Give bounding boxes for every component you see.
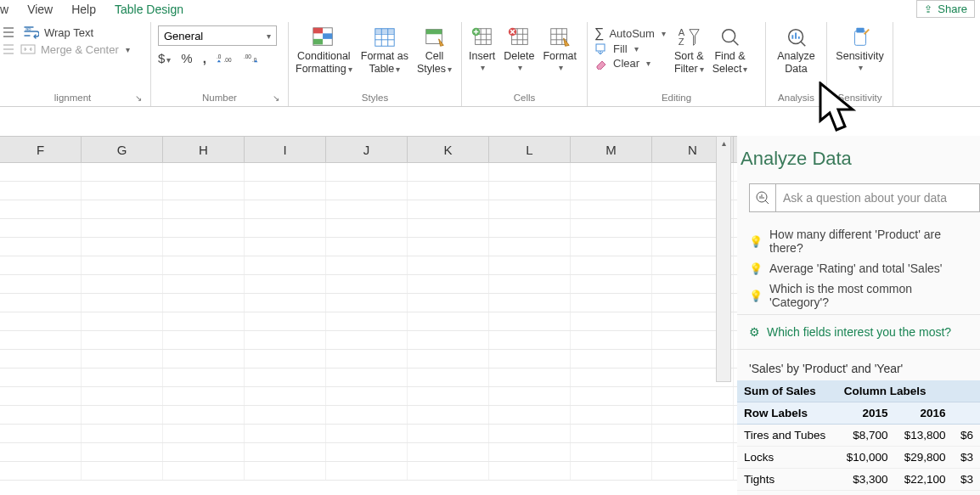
- insight-title: 'Sales' by 'Product' and 'Year': [737, 350, 980, 380]
- svg-rect-9: [313, 39, 323, 45]
- svg-rect-13: [425, 30, 442, 35]
- format-as-table-button[interactable]: Format as Table▾: [361, 25, 408, 76]
- fields-interest-link[interactable]: ⚙ Which fields interest you the most?: [737, 314, 980, 350]
- gear-icon: ⚙: [749, 325, 760, 339]
- sort-label1: Sort &: [674, 50, 704, 62]
- merge-center-button[interactable]: Merge & Center ▾: [2, 42, 144, 56]
- column-header[interactable]: J: [326, 137, 408, 162]
- column-header[interactable]: H: [163, 137, 245, 162]
- delete-button[interactable]: Delete ▾: [504, 25, 534, 73]
- clear-button[interactable]: Clear ▾: [594, 57, 666, 70]
- chevron-down-icon: ▾: [518, 63, 522, 73]
- group-label-cells: Cells: [469, 93, 580, 104]
- group-cells: Insert ▾ Delete ▾ Format ▾ Cells: [462, 22, 588, 106]
- group-label-analysis: Analysis: [773, 93, 819, 104]
- analyze-data-button[interactable]: Analyze Data: [773, 25, 819, 76]
- svg-rect-7: [313, 28, 323, 34]
- column-header[interactable]: I: [245, 137, 326, 162]
- suggestion-text: Which is the most common 'Category'?: [769, 282, 968, 309]
- fat-label1: Format as: [361, 50, 408, 62]
- suggestion-text: Average 'Rating' and total 'Sales': [769, 262, 942, 275]
- cell-styles-button[interactable]: Cell Styles▾: [417, 25, 452, 76]
- comma-format-button[interactable]: ,: [203, 51, 206, 65]
- sens-label: Sensitivity: [836, 50, 883, 62]
- menu-item-table-design[interactable]: Table Design: [115, 3, 183, 16]
- autosum-button[interactable]: ∑ AutoSum ▾: [594, 25, 666, 41]
- insert-button[interactable]: Insert ▾: [469, 25, 495, 73]
- share-label: Share: [938, 3, 967, 15]
- group-sensitivity: Sensitivity ▾ Sensitivity: [827, 22, 893, 106]
- th-collabels: Column Labels: [837, 380, 980, 402]
- delete-cells-icon: [507, 25, 531, 49]
- group-label-alignment: lignment ↘: [2, 93, 144, 104]
- number-format-combo[interactable]: General ▾: [158, 25, 277, 46]
- cell-val: $29,800: [895, 447, 953, 469]
- eraser-icon: [594, 58, 608, 70]
- cell-val: $3,300: [837, 469, 895, 491]
- suggestion-text: How many different 'Product' are there?: [769, 228, 968, 255]
- delete-label: Delete: [504, 50, 534, 62]
- column-header[interactable]: K: [408, 137, 489, 162]
- search-chart-icon[interactable]: [749, 183, 776, 212]
- conditional-formatting-button[interactable]: Conditional Formatting▾: [296, 25, 352, 76]
- format-button[interactable]: Format ▾: [543, 25, 577, 73]
- svg-text:.00: .00: [223, 57, 231, 63]
- svg-point-22: [722, 30, 735, 42]
- column-header[interactable]: G: [82, 137, 163, 162]
- vertical-scrollbar[interactable]: ▴: [716, 136, 731, 382]
- group-editing: ∑ AutoSum ▾ Fill ▾ Clear ▾ AZ: [588, 22, 766, 106]
- group-analysis: Analyze Data Analysis: [766, 22, 827, 106]
- column-header[interactable]: M: [571, 137, 652, 162]
- sort-filter-button[interactable]: AZ Sort & Filter▾: [674, 25, 704, 76]
- decrease-decimal-button[interactable]: .00.0: [244, 52, 261, 65]
- chevron-down-icon: ▾: [559, 63, 563, 73]
- clear-label: Clear: [613, 57, 639, 70]
- column-header[interactable]: L: [489, 137, 571, 162]
- merge-center-label: Merge & Center: [41, 43, 119, 56]
- suggestion-item[interactable]: 💡How many different 'Product' are there?: [749, 224, 968, 258]
- menu-item-view[interactable]: View: [27, 3, 53, 16]
- format-cells-icon: [548, 25, 572, 49]
- cell-val: $6: [952, 425, 980, 447]
- cell-val: $22,100: [895, 469, 953, 491]
- sort-filter-icon: AZ: [677, 25, 701, 49]
- chevron-down-icon: ▾: [481, 63, 485, 73]
- chevron-down-icon: ▾: [634, 44, 639, 53]
- increase-decimal-button[interactable]: .0.00: [217, 52, 234, 65]
- accounting-format-button[interactable]: $▾: [158, 51, 171, 65]
- indent-icons: [2, 25, 19, 39]
- cell-label: Lights: [737, 491, 837, 496]
- menu-item-help[interactable]: Help: [71, 3, 96, 16]
- fill-button[interactable]: Fill ▾: [594, 42, 666, 55]
- dialog-launcher-icon[interactable]: ↘: [273, 93, 279, 103]
- suggestion-item[interactable]: 💡Which is the most common 'Category'?: [749, 278, 968, 312]
- cell-val: $3: [952, 469, 980, 491]
- conditional-formatting-icon: [312, 25, 335, 49]
- search-input[interactable]: [776, 183, 980, 212]
- scroll-up-icon[interactable]: ▴: [717, 137, 730, 150]
- insight-table: Sum of SalesColumn Labels Row Labels2015…: [737, 380, 980, 495]
- percent-format-button[interactable]: %: [181, 51, 192, 65]
- column-header[interactable]: F: [0, 137, 82, 162]
- wrap-text-button[interactable]: ab Wrap Text: [2, 25, 144, 39]
- analyze-label1: Analyze: [777, 50, 814, 62]
- suggestion-item[interactable]: 💡Average 'Rating' and total 'Sales': [749, 258, 968, 278]
- group-number: General ▾ $▾ % , .0.00 .00.0 Number ↘: [151, 22, 289, 106]
- dialog-launcher-icon[interactable]: ↘: [135, 93, 142, 103]
- share-icon: ⇪: [924, 3, 932, 15]
- ribbon: ab Wrap Text Merge & Center ▾ lignment ↘: [0, 22, 980, 107]
- format-as-table-icon: [373, 25, 397, 49]
- share-button[interactable]: ⇪ Share: [916, 0, 975, 18]
- svg-rect-8: [323, 33, 332, 39]
- svg-text:ab: ab: [25, 26, 31, 31]
- cell-val: $1,300: [837, 491, 895, 496]
- group-alignment: ab Wrap Text Merge & Center ▾ lignment ↘: [0, 22, 151, 106]
- sensitivity-button[interactable]: Sensitivity ▾: [834, 25, 886, 73]
- th-rowlabels: Row Labels: [737, 402, 837, 425]
- th-sum: Sum of Sales: [737, 380, 837, 402]
- bulb-icon: 💡: [749, 262, 763, 275]
- chevron-down-icon: ▾: [646, 59, 651, 68]
- menu-item[interactable]: w: [0, 3, 8, 16]
- find-select-button[interactable]: Find & Select▾: [712, 25, 748, 76]
- analyze-label2: Data: [785, 63, 807, 75]
